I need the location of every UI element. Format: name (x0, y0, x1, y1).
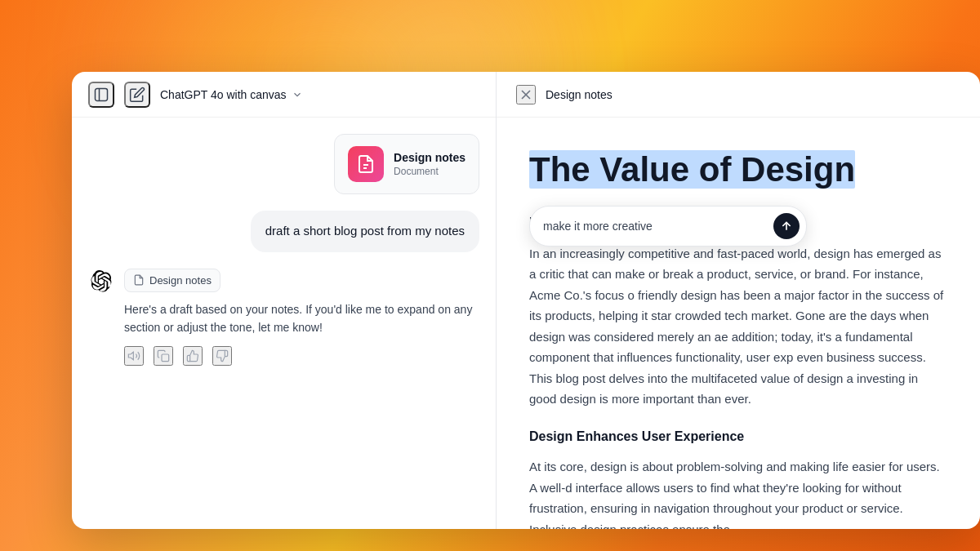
speaker-icon (127, 349, 140, 362)
document-icon-bg (348, 146, 384, 182)
svg-rect-0 (96, 88, 108, 100)
document-title-text: The Value of Design (529, 150, 855, 189)
canvas-header: Design notes (497, 72, 980, 118)
canvas-content: The Value of Design Introduc In an incre… (497, 118, 980, 529)
user-message-text: draft a short blog post from my notes (265, 224, 465, 238)
section2-body-text: At its core, design is about problem-sol… (529, 456, 947, 529)
assistant-response-text: Here's a draft based on your notes. If y… (124, 300, 479, 337)
sidebar-toggle-button[interactable] (88, 82, 114, 108)
document-file-icon (356, 154, 376, 174)
document-name: Design notes (394, 151, 466, 164)
inline-edit-popover[interactable] (529, 206, 807, 247)
document-type: Document (394, 166, 466, 177)
close-icon (518, 87, 534, 103)
document-info: Design notes Document (394, 151, 466, 177)
assistant-avatar (88, 269, 114, 295)
inline-edit-submit-button[interactable] (773, 213, 800, 239)
send-icon (780, 220, 793, 233)
speaker-button[interactable] (124, 346, 144, 366)
thumbs-up-icon (186, 349, 199, 362)
copy-button[interactable] (154, 346, 173, 366)
reaction-bar (124, 346, 479, 366)
section2-heading: Design Enhances User Experience (529, 426, 947, 447)
chat-header: ChatGPT 4o with canvas (72, 72, 496, 118)
canvas-panel: Design notes The Value of Design I (497, 72, 980, 529)
canvas-document-title: Design notes (546, 88, 612, 101)
model-selector[interactable]: ChatGPT 4o with canvas (160, 88, 303, 101)
chevron-down-icon (292, 89, 303, 100)
thumbs-up-button[interactable] (183, 346, 203, 366)
assistant-content: Design notes Here's a draft based on you… (124, 269, 479, 367)
app-container: ChatGPT 4o with canvas (72, 72, 980, 529)
svg-marker-4 (128, 353, 133, 360)
copy-icon (157, 349, 170, 362)
assistant-response: Design notes Here's a draft based on you… (88, 269, 479, 367)
chatgpt-logo-icon (90, 270, 113, 293)
thumbs-down-button[interactable] (212, 346, 232, 366)
document-file-icon (133, 274, 145, 286)
inline-edit-input[interactable] (543, 220, 767, 233)
document-attachment-card[interactable]: Design notes Document (334, 134, 479, 194)
new-chat-button[interactable] (124, 82, 150, 108)
svg-rect-5 (162, 354, 169, 362)
document-main-title: The Value of Design (529, 150, 947, 189)
chat-messages: Design notes Document draft a short blog… (72, 118, 496, 529)
chip-label: Design notes (149, 274, 212, 287)
canvas-close-button[interactable] (516, 85, 536, 104)
user-message-bubble: draft a short blog post from my notes (251, 211, 479, 252)
model-title: ChatGPT 4o with canvas (160, 88, 287, 101)
chat-panel: ChatGPT 4o with canvas (72, 72, 497, 529)
design-notes-reference-chip[interactable]: Design notes (124, 269, 220, 292)
thumbs-down-icon (216, 349, 229, 362)
intro-body-text: In an increasingly competitive and fast-… (529, 243, 947, 410)
